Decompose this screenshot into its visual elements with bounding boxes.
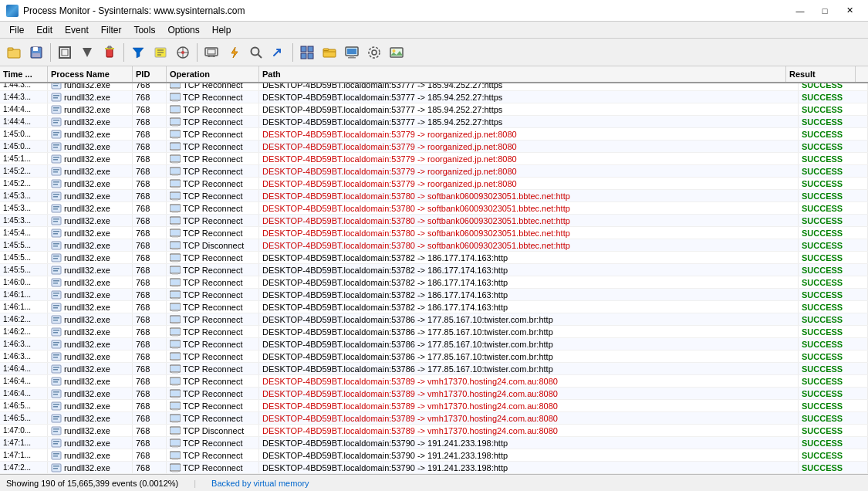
svg-rect-151 <box>53 320 58 321</box>
cell-result: SUCCESS <box>799 227 868 239</box>
cell-result: SUCCESS <box>799 103 868 115</box>
table-row[interactable]: 1:44:4... rundll32.exe 768 TCP Reconnect… <box>0 103 868 116</box>
menu-filter[interactable]: Filter <box>95 23 128 37</box>
table-row[interactable]: 1:46:3... rundll32.exe 768 TCP Reconnect… <box>0 338 868 350</box>
event-button[interactable] <box>223 42 245 63</box>
menu-options[interactable]: Options <box>161 23 205 37</box>
table-row[interactable]: 1:46:4... rundll32.exe 768 TCP Reconnect… <box>0 363 868 375</box>
table-row[interactable]: 1:45:3... rundll32.exe 768 TCP Reconnect… <box>0 190 868 202</box>
table-row[interactable]: 1:45:1... rundll32.exe 768 TCP Reconnect… <box>0 153 868 165</box>
table-row[interactable]: 1:45:0... rundll32.exe 768 TCP Reconnect… <box>0 141 868 153</box>
table-row[interactable]: 1:45:5... rundll32.exe 768 TCP Reconnect… <box>0 252 868 264</box>
svg-rect-85 <box>53 184 58 185</box>
cell-time: 1:44:4... <box>0 103 48 115</box>
find-button[interactable] <box>172 42 194 63</box>
screen-button[interactable] <box>341 42 363 63</box>
col-header-pid[interactable]: PID <box>133 66 167 82</box>
table-row[interactable]: 1:45:2... rundll32.exe 768 TCP Reconnect… <box>0 165 868 178</box>
cell-result: SUCCESS <box>799 264 868 276</box>
event-table[interactable]: 1:44:3... rundll32.exe 768 TCP Reconnect… <box>0 83 868 474</box>
table-row[interactable]: 1:46:5... rundll32.exe 768 TCP Reconnect… <box>0 412 868 425</box>
table-row[interactable]: 1:44:4... rundll32.exe 768 TCP Reconnect… <box>0 116 868 128</box>
image-button[interactable] <box>386 42 407 63</box>
autoscroll-button[interactable] <box>76 42 98 63</box>
cell-result: SUCCESS <box>799 178 868 189</box>
filter-button[interactable] <box>127 42 149 63</box>
cell-pid: 768 <box>133 301 167 313</box>
table-row[interactable]: 1:47:1... rundll32.exe 768 TCP Reconnect… <box>0 449 868 462</box>
cell-path: DESKTOP-4BD59BT.localdomain:53789 -> vmh… <box>259 400 799 411</box>
svg-rect-5 <box>59 47 70 58</box>
table-row[interactable]: 1:46:0... rundll32.exe 768 TCP Reconnect… <box>0 276 868 289</box>
cell-op: TCP Reconnect <box>167 276 259 288</box>
settings-button[interactable] <box>363 42 385 63</box>
cell-time: 1:46:4... <box>0 363 48 374</box>
svg-rect-24 <box>308 53 313 59</box>
svg-rect-51 <box>171 107 180 112</box>
cell-op: TCP Disconnect <box>167 425 259 436</box>
table-row[interactable]: 1:45:5... rundll32.exe 768 TCP Disconnec… <box>0 239 868 252</box>
cell-result: SUCCESS <box>799 350 868 362</box>
clear-button[interactable] <box>99 42 120 63</box>
cell-op: TCP Reconnect <box>167 437 259 449</box>
svg-rect-168 <box>53 354 59 356</box>
svg-rect-148 <box>172 310 178 312</box>
process-tree-button[interactable] <box>296 42 318 63</box>
folder-open-button[interactable] <box>319 42 340 63</box>
open-button[interactable] <box>3 42 25 63</box>
table-row[interactable]: 1:46:4... rundll32.exe 768 TCP Reconnect… <box>0 375 868 388</box>
table-row[interactable]: 1:46:2... rundll32.exe 768 TCP Reconnect… <box>0 313 868 326</box>
svg-rect-55 <box>53 122 58 124</box>
svg-rect-213 <box>171 440 180 445</box>
menu-help[interactable]: Help <box>206 23 238 37</box>
col-header-time[interactable]: Time ... <box>0 66 48 82</box>
table-row[interactable]: 1:46:3... rundll32.exe 768 TCP Reconnect… <box>0 350 868 363</box>
close-button[interactable]: ✕ <box>837 0 862 22</box>
col-header-path[interactable]: Path <box>259 66 786 82</box>
search-button[interactable] <box>245 42 267 63</box>
jump-button[interactable] <box>268 42 289 63</box>
menu-edit[interactable]: Edit <box>30 23 59 37</box>
table-row[interactable]: 1:46:4... rundll32.exe 768 TCP Reconnect… <box>0 388 868 400</box>
table-row[interactable]: 1:47:1... rundll32.exe 768 TCP Reconnect… <box>0 437 868 449</box>
cell-time: 1:47:0... <box>0 425 48 436</box>
table-row[interactable]: 1:45:0... rundll32.exe 768 TCP Reconnect… <box>0 128 868 141</box>
menu-event[interactable]: Event <box>59 23 95 37</box>
cell-time: 1:46:4... <box>0 388 48 399</box>
table-row[interactable]: 1:45:5... rundll32.exe 768 TCP Reconnect… <box>0 264 868 276</box>
cell-time: 1:46:3... <box>0 350 48 362</box>
col-header-process[interactable]: Process Name <box>48 66 133 82</box>
minimize-button[interactable]: — <box>788 0 812 22</box>
svg-rect-73 <box>53 159 58 161</box>
table-row[interactable]: 1:46:1... rundll32.exe 768 TCP Reconnect… <box>0 289 868 301</box>
cell-result: SUCCESS <box>799 326 868 337</box>
cell-path: DESKTOP-4BD59BT.localdomain:53790 -> 191… <box>259 449 799 461</box>
table-row[interactable]: 1:45:2... rundll32.exe 768 TCP Reconnect… <box>0 178 868 190</box>
svg-rect-43 <box>53 97 58 99</box>
svg-rect-120 <box>53 256 59 257</box>
cell-time: 1:46:4... <box>0 375 48 387</box>
capture-button[interactable] <box>54 42 76 63</box>
highlight-button[interactable] <box>150 42 171 63</box>
maximize-button[interactable]: □ <box>812 0 837 22</box>
svg-rect-33 <box>390 48 403 57</box>
save-button[interactable] <box>25 42 47 63</box>
menu-file[interactable]: File <box>3 23 30 37</box>
cell-result: SUCCESS <box>799 437 868 449</box>
table-row[interactable]: 1:46:5... rundll32.exe 768 TCP Reconnect… <box>0 400 868 412</box>
table-row[interactable]: 1:47:2... rundll32.exe 768 TCP Reconnect… <box>0 462 868 474</box>
col-header-result[interactable]: Result <box>786 66 856 82</box>
table-row[interactable]: 1:45:3... rundll32.exe 768 TCP Reconnect… <box>0 202 868 215</box>
table-row[interactable]: 1:44:3... rundll32.exe 768 TCP Reconnect… <box>0 83 868 91</box>
col-header-operation[interactable]: Operation <box>167 66 259 82</box>
cell-pid: 768 <box>133 91 167 103</box>
network-button[interactable] <box>201 42 222 63</box>
table-row[interactable]: 1:46:2... rundll32.exe 768 TCP Reconnect… <box>0 326 868 338</box>
menu-tools[interactable]: Tools <box>127 23 161 37</box>
svg-rect-4 <box>32 53 40 57</box>
table-row[interactable]: 1:46:1... rundll32.exe 768 TCP Reconnect… <box>0 301 868 313</box>
table-row[interactable]: 1:47:0... rundll32.exe 768 TCP Disconnec… <box>0 425 868 437</box>
table-row[interactable]: 1:45:3... rundll32.exe 768 TCP Reconnect… <box>0 215 868 227</box>
table-row[interactable]: 1:44:3... rundll32.exe 768 TCP Reconnect… <box>0 91 868 103</box>
table-row[interactable]: 1:45:4... rundll32.exe 768 TCP Reconnect… <box>0 227 868 239</box>
